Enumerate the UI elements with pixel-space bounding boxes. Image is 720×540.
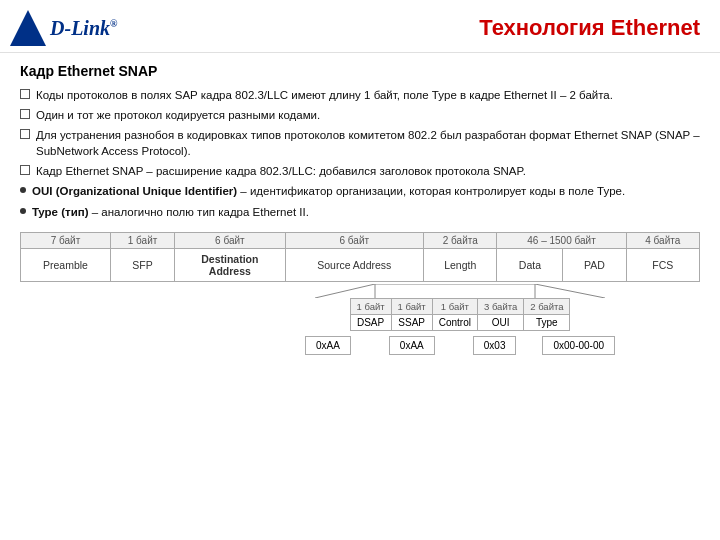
snap-cell-oui: OUI xyxy=(477,314,523,330)
bullet-square-icon xyxy=(20,89,30,99)
sub-bullet-oui-text: OUI (Organizational Unique Identifier) –… xyxy=(32,183,625,199)
logo-text: D-Link® xyxy=(50,17,118,40)
snap-cell-ssap: SSAP xyxy=(391,314,432,330)
snap-col-1b-1: 1 байт xyxy=(350,298,391,314)
main-content: Кадр Ethernet SNAP Коды протоколов в пол… xyxy=(0,53,720,365)
snap-table: 1 байт 1 байт 1 байт 3 байта 2 байта DSA… xyxy=(350,298,571,331)
snap-diagram: 1 байт 1 байт 1 байт 3 байта 2 байта DSA… xyxy=(305,284,615,355)
logo-icon xyxy=(10,10,46,46)
bullet-text-1: Коды протоколов в полях SAP кадра 802.3/… xyxy=(36,87,613,103)
frame-cell-sfp: SFP xyxy=(110,248,174,281)
snap-values-row: 0xAA 0xAA 0x03 0x00-00-00 xyxy=(305,336,615,355)
snap-val-control: 0x03 xyxy=(473,336,517,355)
snap-val-oui: 0x00-00-00 xyxy=(542,336,615,355)
frame-col-6b-dst: 6 байт xyxy=(175,232,285,248)
sub-bullet-type-text: Type (тип) – аналогично полю тип кадра E… xyxy=(32,204,309,220)
frame-cell-src-addr: Source Address xyxy=(285,248,424,281)
frame-cell-length: Length xyxy=(424,248,497,281)
snap-val-dsap: 0xAA xyxy=(305,336,351,355)
sub-bullet-type: Type (тип) – аналогично полю тип кадра E… xyxy=(20,204,700,220)
sub-bullet-oui: OUI (Organizational Unique Identifier) –… xyxy=(20,183,700,199)
frame-cell-dst-addr: DestinationAddress xyxy=(175,248,285,281)
section-title: Кадр Ethernet SNAP xyxy=(20,63,700,79)
bullet-square-icon xyxy=(20,129,30,139)
snap-header-row: 1 байт 1 байт 1 байт 3 байта 2 байта xyxy=(350,298,570,314)
snap-cell-dsap: DSAP xyxy=(350,314,391,330)
frame-cell-data: Data xyxy=(497,248,563,281)
frame-table: 7 байт 1 байт 6 байт 6 байт 2 байта 46 –… xyxy=(20,232,700,282)
snap-diagram-wrapper: 1 байт 1 байт 1 байт 3 байта 2 байта DSA… xyxy=(220,284,700,355)
bullet-square-icon xyxy=(20,165,30,175)
snap-cell-control: Control xyxy=(432,314,477,330)
snap-connector xyxy=(315,284,605,298)
bullet-text-2: Один и тот же протокол кодируется разным… xyxy=(36,107,320,123)
bullet-list: Коды протоколов в полях SAP кадра 802.3/… xyxy=(20,87,700,220)
svg-marker-0 xyxy=(10,10,46,46)
svg-line-4 xyxy=(535,284,605,298)
snap-col-2b: 2 байта xyxy=(524,298,570,314)
connector-svg xyxy=(315,284,605,298)
bullet-item-4: Кадр Ethernet SNAP – расширение кадра 80… xyxy=(20,163,700,179)
frame-cell-preamble: Preamble xyxy=(21,248,111,281)
frame-col-1b: 1 байт xyxy=(110,232,174,248)
bullet-square-icon xyxy=(20,109,30,119)
bullet-dot-icon xyxy=(20,187,26,193)
logo-area: D-Link® xyxy=(10,10,118,46)
snap-col-1b-3: 1 байт xyxy=(432,298,477,314)
frame-col-2b: 2 байта xyxy=(424,232,497,248)
frame-diagram: 7 байт 1 байт 6 байт 6 байт 2 байта 46 –… xyxy=(20,232,700,355)
header: D-Link® Технология Ethernet xyxy=(0,0,720,53)
snap-col-1b-2: 1 байт xyxy=(391,298,432,314)
frame-header-row: 7 байт 1 байт 6 байт 6 байт 2 байта 46 –… xyxy=(21,232,700,248)
bullet-item-2: Один и тот же протокол кодируется разным… xyxy=(20,107,700,123)
svg-line-1 xyxy=(315,284,375,298)
frame-col-4b: 4 байта xyxy=(626,232,699,248)
snap-data-row: DSAP SSAP Control OUI Type xyxy=(350,314,570,330)
snap-val-ssap: 0xAA xyxy=(389,336,435,355)
frame-cell-pad: PAD xyxy=(563,248,626,281)
bullet-text-3: Для устранения разнобоя в кодировках тип… xyxy=(36,127,700,159)
snap-cell-type: Type xyxy=(524,314,570,330)
page-title: Технология Ethernet xyxy=(479,15,700,41)
bullet-text-4: Кадр Ethernet SNAP – расширение кадра 80… xyxy=(36,163,526,179)
frame-col-7b: 7 байт xyxy=(21,232,111,248)
bullet-dot-icon xyxy=(20,208,26,214)
bullet-item-3: Для устранения разнобоя в кодировках тип… xyxy=(20,127,700,159)
frame-data-row: Preamble SFP DestinationAddress Source A… xyxy=(21,248,700,281)
frame-col-6b-src: 6 байт xyxy=(285,232,424,248)
frame-col-46-1500: 46 – 1500 байт xyxy=(497,232,626,248)
snap-col-3b: 3 байта xyxy=(477,298,523,314)
frame-cell-fcs: FCS xyxy=(626,248,699,281)
bullet-item-1: Коды протоколов в полях SAP кадра 802.3/… xyxy=(20,87,700,103)
